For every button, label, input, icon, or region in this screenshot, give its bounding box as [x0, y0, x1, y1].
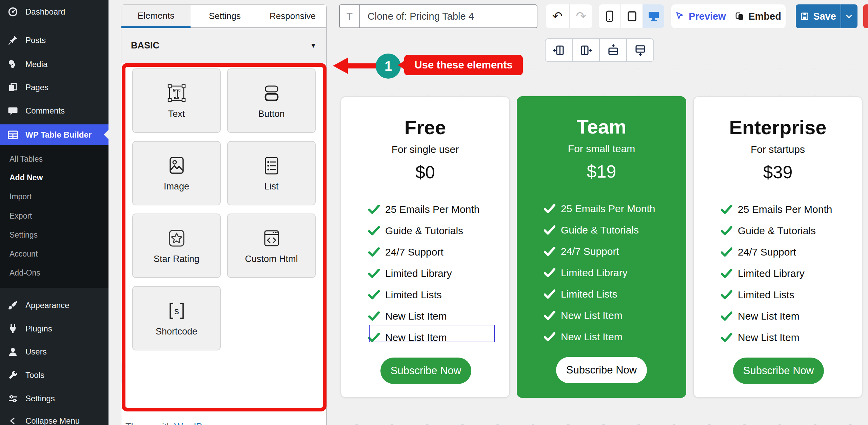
embed-icon [735, 12, 744, 21]
undo-icon: ↶ [552, 9, 563, 23]
feature-item: Limited Lists [544, 283, 671, 305]
sidebar-item-label: Plugins [25, 324, 52, 333]
sidebar-item-media[interactable]: Media [0, 55, 108, 74]
sidebar-item-collapse-menu[interactable]: Collapse Menu [0, 411, 108, 425]
sidebar-item-import[interactable]: Import [0, 187, 108, 206]
pages-icon [7, 82, 18, 93]
sidebar-item-account[interactable]: Account [0, 244, 108, 263]
sidebar-item-all-tables[interactable]: All Tables [0, 149, 108, 168]
list-element-icon [261, 155, 282, 177]
insert-row-before-icon [606, 43, 620, 57]
undo-button[interactable]: ↶ [546, 4, 569, 28]
feature-item: New List Item [721, 305, 848, 327]
feature-item: New List Item [544, 326, 671, 347]
preview-button[interactable]: Preview [671, 4, 730, 28]
check-icon [368, 205, 380, 214]
plan-price: $19 [517, 161, 686, 182]
redo-icon: ↷ [576, 9, 586, 23]
sidebar-item-add-new[interactable]: Add New [0, 168, 108, 187]
undo-redo-group: ↶ ↷ [546, 4, 592, 28]
delete-button-partial[interactable] [863, 4, 868, 28]
clipped-footer-text: The … with WordP… [125, 422, 211, 425]
device-preview-group [599, 4, 664, 28]
subscribe-button[interactable]: Subscribe Now [380, 358, 471, 384]
plan-name: Team [517, 115, 686, 138]
section-header-basic[interactable]: BASIC ▼ [121, 28, 326, 63]
check-icon [721, 333, 732, 342]
table-title-input[interactable] [360, 11, 537, 22]
mobile-view-button[interactable] [599, 4, 620, 28]
desktop-view-button[interactable] [643, 4, 664, 28]
sidebar-item-settings[interactable]: Settings [0, 389, 108, 408]
element-card-text[interactable]: Text [132, 68, 221, 133]
check-icon [544, 247, 555, 256]
dashboard-icon [7, 6, 18, 17]
feature-item-selected[interactable]: New List Item [368, 327, 495, 348]
save-button[interactable]: Save [796, 4, 857, 28]
annotation-callout-tail [398, 61, 405, 69]
svg-text:s: s [174, 306, 179, 316]
sidebar-item-label: Appearance [25, 301, 69, 310]
chevron-down-icon [846, 15, 852, 18]
embed-button[interactable]: Embed [730, 4, 786, 28]
mobile-icon [605, 11, 615, 22]
star-rating-element-icon [166, 227, 188, 249]
redo-button[interactable]: ↷ [570, 4, 592, 28]
element-card-button[interactable]: Button [227, 68, 316, 133]
plan-price: $0 [341, 162, 509, 182]
sidebar-item-label: Pages [25, 83, 48, 92]
check-icon [721, 205, 732, 214]
annotation-callout: Use these elements [404, 55, 523, 75]
sidebar-item-pages[interactable]: Pages [0, 78, 108, 97]
tab-settings[interactable]: Settings [191, 5, 259, 28]
desktop-icon [648, 11, 660, 22]
plan-subtitle: For single user [341, 144, 509, 155]
sidebar-item-dashboard[interactable]: Dashboard [0, 2, 108, 21]
sidebar-item-users[interactable]: Users [0, 342, 108, 361]
sidebar-item-comments[interactable]: Comments [0, 101, 108, 120]
sidebar-item-label: WP Table Builder [25, 130, 92, 140]
table-structure-toolbar [545, 38, 654, 62]
sidebar-item-add-ons[interactable]: Add-Ons [0, 263, 108, 282]
annotation-arrow-icon [333, 58, 348, 74]
sidebar-item-export[interactable]: Export [0, 206, 108, 225]
insert-column-after-button[interactable] [573, 39, 599, 61]
element-card-custom-html[interactable]: Custom Html [227, 214, 316, 278]
check-icon [721, 247, 732, 257]
tablet-view-button[interactable] [621, 4, 643, 28]
element-card-star-rating[interactable]: Star Rating [132, 214, 221, 278]
text-element-icon [166, 82, 188, 104]
sidebar-item-tools[interactable]: Tools [0, 366, 108, 385]
preview-embed-group: Preview Embed [671, 4, 786, 28]
save-dropdown-button[interactable] [841, 4, 857, 28]
plan-subtitle: For small team [517, 143, 686, 155]
sidebar-item-appearance[interactable]: Appearance [0, 296, 108, 315]
element-card-image[interactable]: Image [132, 141, 221, 205]
shortcode-element-icon: s [166, 300, 188, 322]
subscribe-button[interactable]: Subscribe Now [556, 357, 647, 383]
subscribe-button[interactable]: Subscribe Now [733, 358, 824, 384]
element-card-shortcode[interactable]: s Shortcode [132, 286, 221, 350]
insert-column-before-button[interactable] [546, 39, 572, 61]
sidebar-item-plugins[interactable]: Plugins [0, 319, 108, 338]
footer-link[interactable]: WordP… [174, 422, 211, 425]
feature-item: 24/7 Support [721, 241, 848, 263]
sliders-icon [7, 393, 18, 404]
sidebar-item-label: Collapse Menu [25, 416, 80, 425]
check-icon [721, 226, 732, 236]
sidebar-item-settings-sub[interactable]: Settings [0, 225, 108, 244]
insert-row-after-button[interactable] [627, 39, 653, 61]
insert-row-before-button[interactable] [600, 39, 626, 61]
selection-outline [369, 325, 495, 342]
title-prefix-icon: T [340, 5, 360, 27]
element-card-list[interactable]: List [227, 141, 316, 205]
tablet-icon [627, 11, 637, 22]
tab-elements[interactable]: Elements [121, 5, 191, 28]
button-element-icon [261, 82, 282, 104]
feature-item: Limited Lists [368, 284, 495, 305]
feature-item: Limited Library [721, 263, 848, 284]
sidebar-item-posts[interactable]: Posts [0, 31, 108, 50]
tab-responsive[interactable]: Responsive [259, 5, 326, 28]
chevron-down-icon: ▼ [310, 42, 317, 49]
sidebar-item-wp-table-builder[interactable]: WP Table Builder [0, 124, 108, 145]
